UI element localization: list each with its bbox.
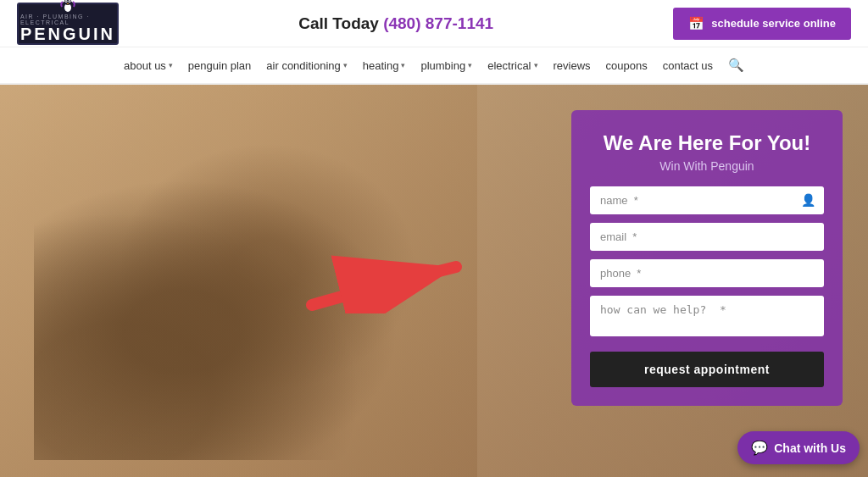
nav-label-contact-us: contact us: [663, 59, 713, 72]
submit-label: request appointment: [644, 363, 770, 376]
phone-input[interactable]: [590, 259, 824, 287]
chevron-down-icon: ▾: [343, 61, 348, 69]
person-icon: 👤: [801, 193, 815, 207]
nav-item-air-conditioning[interactable]: air conditioning ▾: [266, 59, 347, 72]
phone-number[interactable]: (480) 877-1141: [383, 14, 493, 32]
call-today: Call Today (480) 877-1141: [298, 14, 493, 33]
logo-tagline: AIR · PLUMBING · ELECTRICAL: [20, 14, 115, 25]
nav-item-reviews[interactable]: reviews: [554, 59, 591, 72]
logo-brand: PENGUIN: [20, 25, 115, 42]
chevron-down-icon: ▾: [401, 61, 405, 69]
nav-label-plumbing: plumbing: [420, 59, 465, 72]
red-arrow-svg: [303, 246, 473, 313]
name-input[interactable]: [590, 186, 824, 214]
form-title: We Are Here For You!: [590, 131, 824, 156]
nav-label-electrical: electrical: [487, 59, 531, 72]
chevron-down-icon: ▾: [534, 61, 538, 69]
hero-section: We Are Here For You! Win With Penguin 👤 …: [0, 85, 868, 477]
calendar-icon: 📅: [688, 16, 704, 31]
name-field-wrapper: 👤: [590, 186, 824, 214]
header: AIR · PLUMBING · ELECTRICAL PENGUIN Call…: [0, 0, 868, 47]
nav-item-heating[interactable]: heating ▾: [363, 59, 406, 72]
navigation: about us ▾ penguin plan air conditioning…: [0, 47, 868, 85]
message-input[interactable]: [590, 296, 824, 336]
call-label: Call Today: [298, 14, 379, 32]
chat-button[interactable]: 💬 Chat with Us: [737, 431, 860, 464]
nav-label-penguin-plan: penguin plan: [188, 59, 251, 72]
penguin-icon: [59, 0, 76, 14]
nav-label-air-conditioning: air conditioning: [266, 59, 340, 72]
form-subtitle: Win With Penguin: [590, 159, 824, 173]
nav-item-contact-us[interactable]: contact us: [663, 59, 713, 72]
chat-label: Chat with Us: [774, 441, 846, 455]
nav-item-electrical[interactable]: electrical ▾: [487, 59, 537, 72]
email-input[interactable]: [590, 223, 824, 251]
nav-item-penguin-plan[interactable]: penguin plan: [188, 59, 251, 72]
request-appointment-button[interactable]: request appointment: [590, 352, 824, 387]
nav-label-about-us: about us: [124, 59, 166, 72]
chevron-down-icon: ▾: [169, 61, 173, 69]
nav-item-coupons[interactable]: coupons: [606, 59, 648, 72]
svg-point-6: [69, 0, 70, 1]
nav-label-reviews: reviews: [554, 59, 591, 72]
arrow-pointer: [303, 246, 473, 317]
logo[interactable]: AIR · PLUMBING · ELECTRICAL PENGUIN: [17, 3, 119, 45]
svg-point-5: [65, 0, 66, 1]
nav-label-coupons: coupons: [606, 59, 648, 72]
schedule-button[interactable]: 📅 schedule service online: [673, 8, 851, 40]
schedule-label: schedule service online: [711, 17, 836, 30]
search-icon[interactable]: 🔍: [728, 58, 744, 73]
chat-icon: 💬: [751, 440, 768, 456]
chevron-down-icon: ▾: [468, 61, 472, 69]
nav-item-plumbing[interactable]: plumbing ▾: [420, 59, 472, 72]
contact-form-panel: We Are Here For You! Win With Penguin 👤 …: [571, 110, 843, 406]
nav-item-about-us[interactable]: about us ▾: [124, 59, 173, 72]
nav-label-heating: heating: [363, 59, 399, 72]
